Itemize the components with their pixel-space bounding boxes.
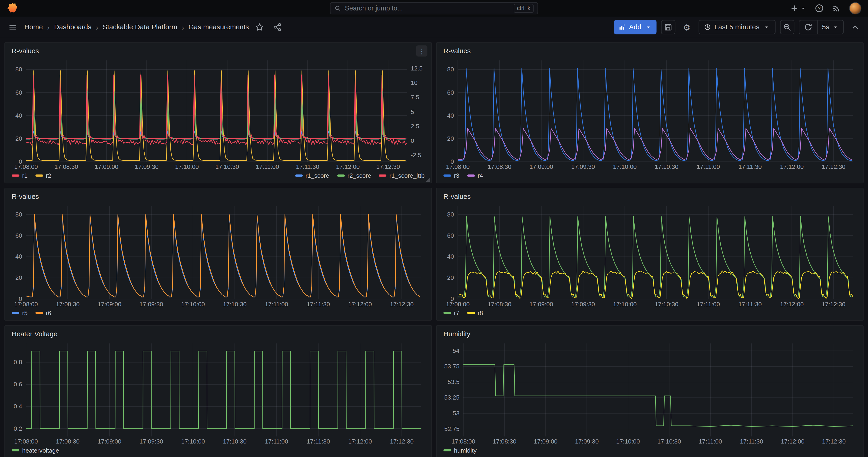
svg-text:17:08:30: 17:08:30 [56, 438, 80, 445]
svg-text:17:11:00: 17:11:00 [699, 438, 722, 445]
svg-text:17:08:00: 17:08:00 [446, 163, 470, 170]
dashboard-settings-button[interactable]: ⚙ [680, 20, 694, 34]
zoom-out-time-button[interactable] [780, 20, 794, 34]
svg-text:2.5: 2.5 [411, 123, 419, 130]
panel-header[interactable]: R-values [441, 45, 859, 57]
svg-text:7.5: 7.5 [411, 94, 419, 101]
legend-item-r2_score[interactable]: r2_score [337, 172, 371, 179]
panel-chart-r56[interactable]: 02040608017:08:0017:08:3017:09:0017:09:3… [9, 203, 427, 308]
svg-text:17:10:00: 17:10:00 [181, 438, 205, 445]
toolbar-right-actions: Add ⚙ Last 5 minutes [614, 20, 863, 34]
svg-text:17:09:00: 17:09:00 [95, 163, 118, 170]
svg-text:17:10:00: 17:10:00 [613, 163, 637, 170]
svg-text:0.6: 0.6 [14, 381, 22, 388]
share-dashboard-button[interactable] [270, 20, 284, 34]
breadcrumb-dashboard-name[interactable]: Gas measurements [188, 23, 249, 31]
breadcrumb-folder[interactable]: Stackable Data Platform [103, 23, 177, 31]
svg-text:20: 20 [447, 135, 454, 142]
panel-header[interactable]: R-values [9, 190, 427, 203]
svg-text:40: 40 [447, 253, 454, 260]
svg-text:40: 40 [447, 112, 454, 119]
breadcrumb-separator: › [96, 23, 98, 31]
svg-text:0: 0 [411, 137, 414, 144]
panel-header[interactable]: Heater Voltage [9, 328, 427, 340]
search-input[interactable]: Search or jump to... ctrl+k [330, 2, 538, 14]
clock-icon [704, 24, 711, 30]
user-avatar[interactable] [849, 2, 861, 14]
svg-text:17:12:30: 17:12:30 [390, 301, 413, 308]
svg-text:17:10:30: 17:10:30 [215, 163, 239, 170]
help-button[interactable]: ? [815, 4, 824, 13]
gear-icon: ⚙ [683, 23, 690, 31]
legend-item-r2[interactable]: r2 [35, 172, 51, 179]
new-menu-button[interactable] [790, 4, 806, 13]
svg-text:17:09:30: 17:09:30 [571, 301, 595, 308]
legend-item-r1_score[interactable]: r1_score [295, 172, 329, 179]
panel-header[interactable]: Humidity [441, 328, 859, 340]
panel-r-values-4: R-values 02040608017:08:0017:08:3017:09:… [436, 188, 864, 321]
panel-chart-r12[interactable]: 020406080-2.502.557.51012.517:08:0017:08… [9, 57, 427, 171]
mega-menu-button[interactable] [6, 20, 20, 34]
time-range-label: Last 5 minutes [714, 23, 760, 31]
legend-item-r6[interactable]: r6 [35, 309, 51, 316]
legend-item-heatervoltage[interactable]: heatervoltage [11, 447, 59, 454]
plus-icon [790, 4, 799, 13]
time-range-picker[interactable]: Last 5 minutes [698, 20, 775, 34]
refresh-interval-dropdown[interactable]: 5s [817, 21, 843, 34]
svg-text:0.2: 0.2 [14, 425, 22, 432]
grafana-logo[interactable] [7, 3, 19, 14]
svg-text:52.75: 52.75 [444, 425, 460, 432]
panel-chart-r34[interactable]: 02040608017:08:0017:08:3017:09:0017:09:3… [441, 57, 859, 171]
svg-text:17:12:00: 17:12:00 [348, 301, 372, 308]
refresh-dashboard-button[interactable] [799, 21, 817, 34]
panel-legend: r3r4 [441, 171, 859, 180]
svg-text:17:08:30: 17:08:30 [488, 301, 512, 308]
svg-text:17:08:30: 17:08:30 [56, 301, 80, 308]
panel-title: R-values [11, 47, 39, 55]
favorite-dashboard-button[interactable] [252, 20, 267, 34]
zoom-out-icon [783, 23, 792, 32]
panel-resize-handle[interactable] [426, 177, 430, 182]
breadcrumb-dashboards[interactable]: Dashboards [54, 23, 92, 31]
legend-item-r3[interactable]: r3 [443, 172, 460, 179]
legend-item-r1_score_lttb[interactable]: r1_score_lttb [379, 172, 425, 179]
topnav-right-actions: ? [790, 2, 861, 14]
share-icon [273, 23, 281, 32]
svg-text:17:10:30: 17:10:30 [655, 301, 678, 308]
chevron-up-icon [851, 23, 860, 32]
save-floppy-icon [663, 23, 672, 32]
panel-chart-humidity[interactable]: 52.755353.2553.553.755417:08:0017:08:301… [441, 340, 859, 445]
svg-text:17:09:00: 17:09:00 [530, 163, 553, 170]
legend-item-r1[interactable]: r1 [11, 172, 28, 179]
svg-text:17:10:00: 17:10:00 [181, 301, 205, 308]
legend-item-r5[interactable]: r5 [11, 309, 28, 316]
panel-header[interactable]: R-values [9, 45, 427, 57]
svg-text:53.75: 53.75 [444, 363, 460, 370]
legend-item-r7[interactable]: r7 [443, 309, 460, 316]
svg-text:17:11:00: 17:11:00 [697, 301, 720, 308]
svg-text:17:12:00: 17:12:00 [348, 438, 372, 445]
legend-item-r4[interactable]: r4 [467, 172, 483, 179]
panel-chart-r78[interactable]: 02040608017:08:0017:08:3017:09:0017:09:3… [441, 203, 859, 308]
svg-text:-2.5: -2.5 [411, 152, 421, 159]
svg-text:?: ? [818, 6, 820, 11]
panel-menu-button[interactable]: ⋮ [416, 45, 428, 57]
save-dashboard-button[interactable] [661, 20, 675, 34]
svg-text:17:10:00: 17:10:00 [175, 163, 199, 170]
svg-text:17:08:00: 17:08:00 [446, 301, 470, 308]
panel-header[interactable]: R-values [441, 190, 859, 203]
svg-text:54: 54 [453, 347, 459, 354]
svg-text:17:09:30: 17:09:30 [135, 163, 158, 170]
legend-item-r8[interactable]: r8 [467, 309, 483, 316]
panel-chart-heater[interactable]: 0.20.40.60.817:08:0017:08:3017:09:0017:0… [9, 340, 427, 445]
legend-item-humidity[interactable]: humidity [443, 447, 477, 454]
svg-text:53: 53 [453, 410, 459, 417]
breadcrumb-home[interactable]: Home [24, 23, 43, 31]
app-root: Search or jump to... ctrl+k ? [0, 0, 868, 457]
caret-down-icon [645, 24, 651, 30]
add-panel-button[interactable]: Add [614, 20, 656, 34]
collapse-toolbar-button[interactable] [848, 20, 862, 34]
svg-text:17:12:30: 17:12:30 [822, 438, 846, 445]
news-button[interactable] [832, 4, 841, 13]
svg-text:17:12:00: 17:12:00 [336, 163, 360, 170]
